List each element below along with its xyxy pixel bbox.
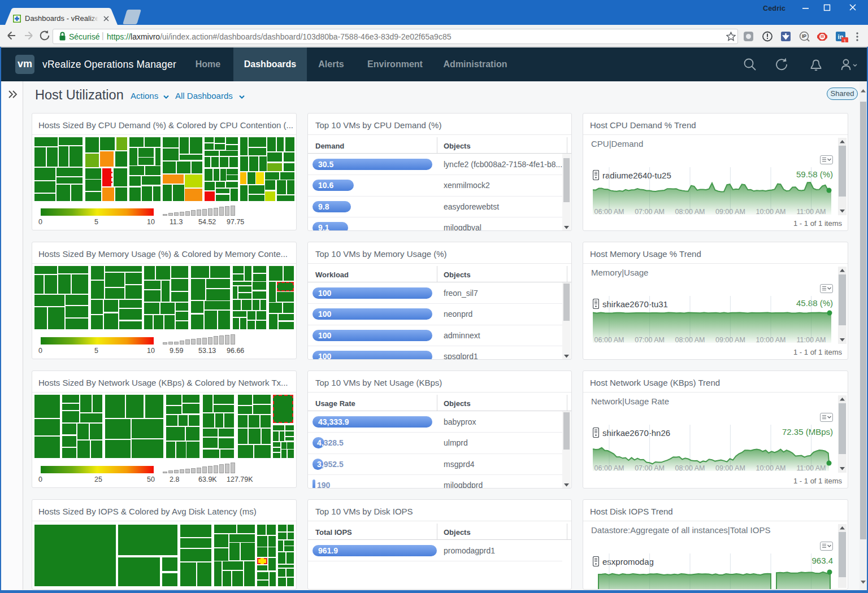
svg-text:07:00 AM: 07:00 AM bbox=[635, 208, 665, 216]
svg-text:07:00 AM: 07:00 AM bbox=[635, 464, 665, 472]
svg-text:06:00 AM: 06:00 AM bbox=[594, 464, 624, 472]
svg-text:08:00 AM: 08:00 AM bbox=[675, 208, 705, 216]
svg-text:11:00 AM: 11:00 AM bbox=[797, 464, 826, 472]
svg-text:10:00 AM: 10:00 AM bbox=[756, 464, 786, 472]
svg-text:06:00 AM: 06:00 AM bbox=[594, 208, 624, 216]
svg-text:IP: IP bbox=[802, 33, 806, 39]
svg-text:08:00 AM: 08:00 AM bbox=[675, 464, 705, 472]
svg-text:09:00 AM: 09:00 AM bbox=[715, 336, 745, 344]
svg-text:10:00 AM: 10:00 AM bbox=[756, 336, 786, 344]
svg-text:1: 1 bbox=[843, 38, 846, 43]
svg-text:09:00 AM: 09:00 AM bbox=[715, 208, 745, 216]
svg-text:08:00 AM: 08:00 AM bbox=[675, 336, 705, 344]
svg-text:07:00 AM: 07:00 AM bbox=[635, 336, 665, 344]
svg-text:06:00 AM: 06:00 AM bbox=[594, 336, 624, 344]
svg-text:10:00 AM: 10:00 AM bbox=[756, 208, 786, 216]
svg-text:11:00 AM: 11:00 AM bbox=[797, 208, 826, 216]
svg-text:11:00 AM: 11:00 AM bbox=[797, 336, 826, 344]
svg-text:09:00 AM: 09:00 AM bbox=[715, 464, 745, 472]
